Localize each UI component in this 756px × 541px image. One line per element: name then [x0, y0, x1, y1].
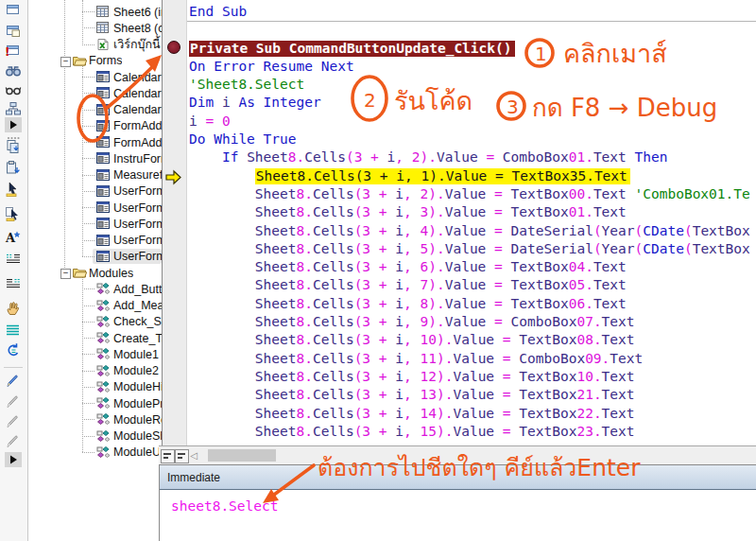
- code-line[interactable]: If Sheet8.Cells(3 + i, 2).Value = ComboB…: [189, 148, 756, 166]
- code-line[interactable]: Sheet8.Cells(3 + i, 14).Value = TextBox2…: [189, 405, 756, 423]
- comment-block-icon[interactable]: [5, 373, 22, 388]
- hand-icon[interactable]: [5, 301, 22, 316]
- tree-item-addmeas[interactable]: Add_Meas: [28, 298, 162, 314]
- tree-expander[interactable]: −: [60, 57, 71, 67]
- breakpoint-margin[interactable]: [163, 0, 187, 445]
- tree-item-modulepro[interactable]: ModulePro: [28, 395, 162, 411]
- code-line[interactable]: Sheet8.Cells(3 + i, 11).Value = ComboBox…: [189, 350, 756, 368]
- code-line[interactable]: Sheet8.Cells(3 + i, 13).Value = TextBox2…: [189, 386, 756, 404]
- outdent-icon[interactable]: [5, 276, 22, 291]
- complete-word-icon[interactable]: A: [5, 230, 22, 245]
- tree-item-modulesh[interactable]: ModuleSh: [28, 428, 162, 445]
- form-icon: [95, 217, 111, 230]
- call-stack-icon[interactable]: [5, 101, 22, 116]
- find-icon[interactable]: [5, 62, 22, 78]
- form-icon: [95, 201, 111, 214]
- code-line[interactable]: Sheet8.Cells(3 + i, 7).Value = TextBox05…: [189, 276, 756, 294]
- code-line[interactable]: [189, 21, 756, 39]
- scroll-left-arrow-icon[interactable]: ◁: [189, 450, 198, 462]
- code-area[interactable]: End SubPrivate Sub CommandButtonUpdate_C…: [189, 3, 756, 445]
- tree-item-[interactable]: เวิร์กบุ๊กนี้: [28, 37, 162, 53]
- code-line[interactable]: End Sub: [189, 3, 756, 21]
- tree-item-calendarf[interactable]: Calendarf: [28, 85, 162, 101]
- code-editor[interactable]: End SubPrivate Sub CommandButtonUpdate_C…: [162, 0, 756, 445]
- tree-item-sheet6ir[interactable]: Sheet6 (ir: [28, 4, 162, 20]
- tree-item-createta[interactable]: Create_Ta: [28, 330, 162, 346]
- immediate-window[interactable]: Immediate sheet8.Select: [159, 464, 756, 541]
- form-icon: [95, 184, 111, 198]
- overflow-arrow-icon-2[interactable]: [5, 452, 22, 467]
- code-line[interactable]: Sheet8.Cells(3 + i, 4).Value = DateSeria…: [189, 222, 756, 240]
- uncomment-block-icon[interactable]: [5, 393, 22, 409]
- indent-icon[interactable]: [5, 252, 22, 267]
- code-line[interactable]: Sheet8.Cells(3 + i, 15).Value = TextBox2…: [189, 423, 756, 441]
- form-icon: [95, 135, 111, 148]
- tree-item-module1[interactable]: Module1: [28, 346, 162, 362]
- scrollbar-thumb[interactable]: [208, 449, 276, 462]
- bookmark-clear-icon[interactable]: [5, 433, 22, 448]
- select-tool-icon[interactable]: [5, 182, 22, 197]
- bookmark-icon[interactable]: [5, 413, 22, 428]
- project-window-icon[interactable]: [5, 23, 22, 38]
- vba-editor-window: !A Sheet6 (irSheet8 (cเวิร์กบุ๊กนี้−Form…: [0, 0, 756, 541]
- tree-item-formaddc[interactable]: FormAddc: [28, 134, 162, 150]
- paste-icon[interactable]: [5, 160, 22, 175]
- tree-item-userform[interactable]: UserForm: [28, 183, 162, 200]
- code-line[interactable]: Dim i As Integer: [189, 94, 756, 112]
- code-line[interactable]: Do While True: [189, 131, 756, 148]
- code-line[interactable]: Sheet8.Cells(3 + i, 8).Value = TextBox06…: [189, 295, 756, 313]
- tree-item-modulere[interactable]: ModuleRe: [28, 411, 162, 428]
- code-line[interactable]: 'Sheet8.Select: [189, 76, 756, 94]
- code-line[interactable]: Sheet8.Cells(3 + i, 5).Value = DateSeria…: [189, 240, 756, 258]
- code-line[interactable]: Sheet8.Cells(3 + i, 2).Value = TextBox00…: [189, 185, 756, 203]
- code-line[interactable]: Sheet8.Cells(3 + i, 3).Value = TextBox01…: [189, 203, 756, 221]
- project-explorer[interactable]: Sheet6 (irSheet8 (cเวิร์กบุ๊กนี้−FormsCa…: [28, 0, 163, 541]
- breakpoint-line[interactable]: Private Sub CommandButtonUpdate_Click(): [189, 40, 756, 58]
- quick-watch-icon[interactable]: [5, 82, 22, 97]
- immediate-title-bar[interactable]: Immediate: [160, 465, 756, 490]
- code-line[interactable]: i = 0: [189, 113, 756, 131]
- tree-item-userform[interactable]: UserForm: [28, 216, 162, 232]
- tree-item-addbutto[interactable]: Add_Butto: [28, 281, 162, 297]
- tree-item-module2[interactable]: Module2: [28, 363, 162, 379]
- breakpoint-dot[interactable]: [167, 41, 180, 54]
- tree-item-modules[interactable]: −Modules: [28, 265, 162, 281]
- tree-item-forms[interactable]: −Forms: [28, 53, 162, 69]
- code-line[interactable]: On Error Resume Next: [189, 58, 756, 76]
- code-horizontal-scrollbar[interactable]: ◁: [159, 445, 756, 465]
- sheet-icon: [95, 5, 111, 18]
- list-properties-icon[interactable]: [5, 323, 22, 338]
- code-line[interactable]: Sheet8.Cells(3 + i, 10).Value = TextBox0…: [189, 331, 756, 349]
- tree-item-instruforr[interactable]: InstruForr: [28, 150, 162, 166]
- tree-expander[interactable]: −: [60, 269, 71, 279]
- undo-icon[interactable]: [5, 342, 22, 358]
- tree-item-checksh[interactable]: Check_Sh: [28, 314, 162, 330]
- tree-item-userform[interactable]: UserForm: [28, 200, 162, 216]
- tree-item-formaddc[interactable]: FormAddc: [28, 118, 162, 134]
- tree-item-userform[interactable]: UserForm: [28, 249, 162, 265]
- full-module-view-button[interactable]: [175, 449, 189, 463]
- module-icon: [95, 364, 111, 377]
- procedure-view-button[interactable]: [161, 449, 175, 463]
- module-icon: [95, 412, 111, 426]
- code-line[interactable]: Sheet8.Cells(3 + i, 6).Value = TextBox04…: [189, 258, 756, 276]
- immediate-title: Immediate: [167, 471, 220, 484]
- toolbar-separator: [4, 367, 23, 368]
- code-line[interactable]: Sheet8.Cells(3 + i, 12).Value = TextBox1…: [189, 368, 756, 386]
- current-statement-line[interactable]: Sheet8.Cells(3 + i, 1).Value = TextBox35…: [189, 167, 756, 185]
- form-icon: [95, 234, 111, 247]
- tree-item-moduleus[interactable]: ModuleUs: [28, 445, 162, 461]
- immediate-content[interactable]: sheet8.Select: [160, 490, 756, 515]
- code-line[interactable]: Sheet8.Cells(3 + i, 9).Value = ComboBox0…: [189, 313, 756, 331]
- tree-item-calendarf[interactable]: Calendarf: [28, 102, 162, 118]
- window-icon[interactable]: [5, 2, 22, 17]
- tree-item-userform[interactable]: UserForm: [28, 233, 162, 249]
- svg-text:!: !: [5, 45, 9, 58]
- properties-window-icon[interactable]: !: [5, 43, 22, 58]
- copy-icon[interactable]: [5, 139, 22, 154]
- tree-item-sheet8c[interactable]: Sheet8 (c: [28, 20, 162, 36]
- tree-item-calendarf[interactable]: Calendarf: [28, 69, 162, 85]
- format-painter-icon[interactable]: [5, 206, 22, 221]
- tree-item-measurefo[interactable]: Measurefo: [28, 167, 162, 183]
- tree-item-modulehic[interactable]: ModuleHic: [28, 379, 162, 395]
